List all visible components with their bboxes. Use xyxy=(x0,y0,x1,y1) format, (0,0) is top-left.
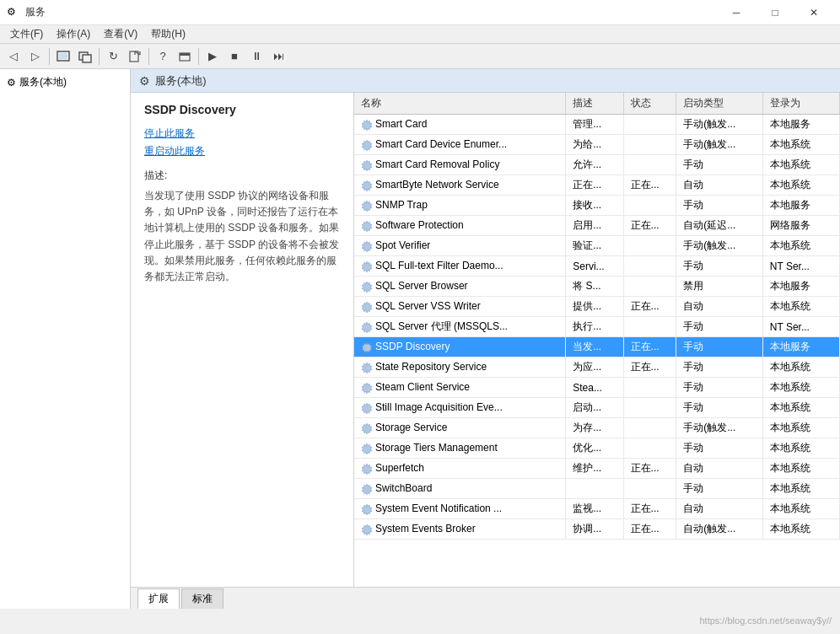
table-scroll[interactable]: 名称 描述 状态 启动类型 登录为 Smart Card管理...手动(触发..… xyxy=(354,93,840,587)
table-row[interactable]: Still Image Acquisition Eve...启动...手动本地系… xyxy=(354,398,840,418)
service-name-cell: Still Image Acquisition Eve... xyxy=(354,398,566,418)
service-name-cell: Spot Verifier xyxy=(354,236,566,256)
pause-button[interactable]: ⏸ xyxy=(246,46,267,67)
window-icon xyxy=(78,50,92,63)
restart-service-link[interactable]: 重启动此服务 xyxy=(144,144,340,158)
table-row[interactable]: Storage Tiers Management优化...手动本地系统 xyxy=(354,438,840,459)
window-button[interactable] xyxy=(75,46,95,67)
table-row[interactable]: System Events Broker协调...正在...自动(触发...本地… xyxy=(354,519,840,540)
tree-item-local[interactable]: ⚙ 服务(本地) xyxy=(0,73,130,92)
col-header-startup[interactable]: 启动类型 xyxy=(676,93,763,115)
resume-button[interactable]: ⏭ xyxy=(268,46,288,67)
table-row[interactable]: SQL Server 代理 (MSSQLS...执行...手动NT Ser... xyxy=(354,317,840,337)
service-desc-cell: Servi... xyxy=(566,256,623,277)
table-row[interactable]: SQL Server VSS Writer提供...正在...自动本地系统 xyxy=(354,297,840,317)
watermark: https://blog.csdn.net/seaway$y// xyxy=(699,615,832,626)
service-login-cell: 本地系统 xyxy=(762,519,839,540)
menu-help[interactable]: 帮助(H) xyxy=(144,25,192,43)
play-button[interactable]: ▶ xyxy=(202,46,223,67)
service-startup-cell: 手动 xyxy=(676,337,763,357)
service-state-cell xyxy=(623,418,676,438)
stop-service-link[interactable]: 停止此服务 xyxy=(144,126,340,141)
service-icon xyxy=(361,422,373,434)
table-row[interactable]: SwitchBoard手动本地系统 xyxy=(354,479,840,499)
service-icon xyxy=(361,362,373,373)
service-icon xyxy=(361,180,373,191)
service-login-cell: 本地系统 xyxy=(762,398,839,418)
service-startup-cell: 手动 xyxy=(676,196,763,216)
table-row[interactable]: Spot Verifier验证...手动(触发...本地系统 xyxy=(354,236,840,256)
table-row[interactable]: SQL Server Browser将 S...禁用本地服务 xyxy=(354,277,840,297)
back-button[interactable]: ◁ xyxy=(3,46,24,67)
forward-button[interactable]: ▷ xyxy=(25,46,46,67)
service-startup-cell: 手动 xyxy=(676,438,763,459)
service-icon xyxy=(361,240,373,252)
table-row[interactable]: Superfetch维护...正在...自动本地系统 xyxy=(354,459,840,479)
service-login-cell: 本地服务 xyxy=(762,115,839,135)
svg-rect-1 xyxy=(59,53,67,59)
table-row[interactable]: Smart Card Removal Policy允许...手动本地系统 xyxy=(354,155,840,175)
app-icon: ⚙ xyxy=(7,6,20,19)
table-row[interactable]: SQL Full-text Filter Daemo...Servi...手动N… xyxy=(354,256,840,277)
refresh-button[interactable]: ↻ xyxy=(103,46,123,67)
col-header-state[interactable]: 状态 xyxy=(623,93,676,115)
table-row[interactable]: SSDP Discovery当发...正在...手动本地服务 xyxy=(354,337,840,357)
svg-rect-9 xyxy=(180,53,190,56)
close-button[interactable]: ✕ xyxy=(794,0,833,25)
tab-standard[interactable]: 标准 xyxy=(181,588,223,609)
service-desc-cell: 将 S... xyxy=(566,277,623,297)
service-login-cell: 本地系统 xyxy=(762,438,839,459)
service-icon xyxy=(361,402,373,414)
service-startup-cell: 手动(触发... xyxy=(676,236,763,256)
table-row[interactable]: Steam Client ServiceStea...手动本地系统 xyxy=(354,378,840,398)
table-row[interactable]: SNMP Trap接收...手动本地服务 xyxy=(354,196,840,216)
service-startup-cell: 自动 xyxy=(676,499,763,519)
service-startup-cell: 手动(触发... xyxy=(676,135,763,155)
service-icon xyxy=(361,139,373,151)
service-startup-cell: 手动(触发... xyxy=(676,418,763,438)
service-icon xyxy=(361,281,373,293)
maximize-button[interactable]: □ xyxy=(756,0,794,25)
hide-button[interactable] xyxy=(175,46,195,67)
table-row[interactable]: Storage Service为存...手动(触发...本地系统 xyxy=(354,418,840,438)
help-button[interactable]: ? xyxy=(153,46,173,67)
service-state-cell xyxy=(623,398,676,418)
table-row[interactable]: Software Protection启用...正在...自动(延迟...网络服… xyxy=(354,216,840,236)
service-desc-cell: 正在... xyxy=(566,175,623,196)
table-row[interactable]: Smart Card管理...手动(触发...本地服务 xyxy=(354,115,840,135)
service-icon xyxy=(361,220,373,232)
separator-2 xyxy=(99,48,100,65)
service-name-cell: SmartByte Network Service xyxy=(354,175,566,196)
table-row[interactable]: State Repository Service为应...正在...手动本地系统 xyxy=(354,357,840,378)
service-name-cell: Steam Client Service xyxy=(354,378,566,398)
table-row[interactable]: SmartByte Network Service正在...正在...自动本地系… xyxy=(354,175,840,196)
hide-icon xyxy=(178,50,191,63)
stop-button[interactable]: ■ xyxy=(224,46,245,67)
service-name-cell: Smart Card xyxy=(354,115,566,135)
service-desc-cell: 提供... xyxy=(566,297,623,317)
main-area: ⚙ 服务(本地) ⚙ 服务(本地) SSDP Discovery 停止此服务 重… xyxy=(0,69,840,609)
service-desc-cell: 协调... xyxy=(566,519,623,540)
export-button[interactable] xyxy=(125,46,145,67)
console-button[interactable] xyxy=(53,46,73,67)
menu-action[interactable]: 操作(A) xyxy=(50,25,97,43)
table-row[interactable]: System Event Notification ...监视...正在...自… xyxy=(354,499,840,519)
col-header-login[interactable]: 登录为 xyxy=(762,93,839,115)
menu-file[interactable]: 文件(F) xyxy=(3,25,50,43)
service-name-cell: SwitchBoard xyxy=(354,479,566,499)
tab-expand[interactable]: 扩展 xyxy=(137,588,180,609)
table-row[interactable]: Smart Card Device Enumer...为给...手动(触发...… xyxy=(354,135,840,155)
service-startup-cell: 自动(触发... xyxy=(676,519,763,540)
panel-header-icon: ⚙ xyxy=(139,74,150,88)
col-header-desc[interactable]: 描述 xyxy=(566,93,623,115)
service-state-cell xyxy=(623,155,676,175)
col-header-name[interactable]: 名称 xyxy=(354,93,566,115)
menu-view[interactable]: 查看(V) xyxy=(97,25,144,43)
bottom-tabs: 扩展 标准 xyxy=(131,587,840,609)
service-icon xyxy=(361,321,373,333)
service-startup-cell: 自动(延迟... xyxy=(676,216,763,236)
service-state-cell xyxy=(623,438,676,459)
minimize-button[interactable]: ─ xyxy=(717,0,756,25)
service-login-cell: 本地系统 xyxy=(762,479,839,499)
service-startup-cell: 手动 xyxy=(676,479,763,499)
